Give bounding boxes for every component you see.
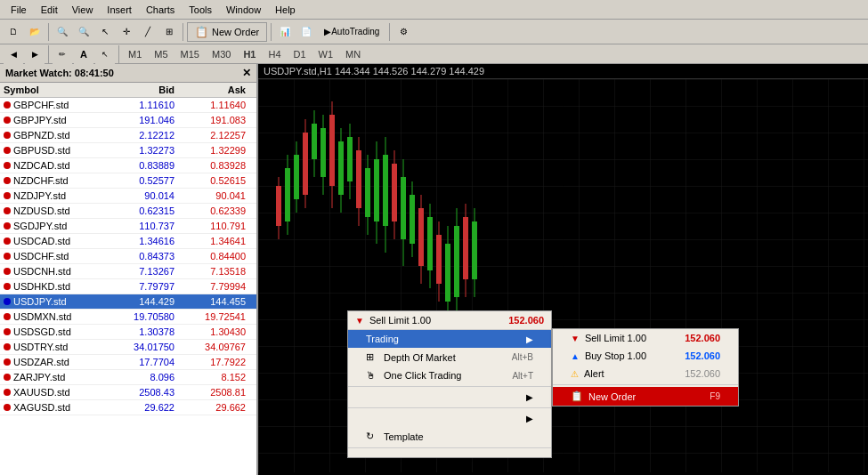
sep3 — [271, 23, 272, 41]
trading-arrow: ▶ — [526, 334, 533, 344]
text-btn[interactable]: A — [74, 44, 93, 64]
symbol-name: GBPNZD.std — [13, 130, 70, 141]
back-btn[interactable]: ◀ — [4, 44, 23, 64]
market-watch-row[interactable]: ZARJPY.std 8.096 8.152 — [0, 370, 256, 385]
market-watch-row[interactable]: SGDJPY.std 110.737 110.791 — [0, 219, 256, 234]
svg-rect-13 — [303, 133, 308, 195]
market-watch-rows: GBPCHF.std 1.11610 1.11640 GBPJPY.std 19… — [0, 98, 256, 475]
ctx-sep3 — [348, 447, 551, 448]
ctx-one-click-trading[interactable]: 🖱 One Click Trading Alt+T — [348, 366, 551, 384]
crosshair-btn[interactable]: ✛ — [117, 22, 136, 42]
open-btn[interactable]: 📂 — [25, 22, 45, 42]
new-chart-btn[interactable]: 🗋 — [4, 22, 23, 42]
market-watch-row[interactable]: NZDCHF.std 0.52577 0.52615 — [0, 173, 256, 189]
ctx-sep2 — [348, 407, 551, 408]
zoom-in-btn[interactable]: 🔍 — [53, 22, 72, 42]
ctx-sell-limit-top[interactable]: ▼ Sell Limit 1.00 152.060 — [348, 311, 551, 330]
ctx-refresh[interactable]: ↻ Template — [348, 427, 551, 446]
tf-h4[interactable]: H4 — [263, 49, 286, 60]
svg-rect-46 — [401, 177, 406, 239]
ask-value: 34.09767 — [178, 340, 249, 354]
arrow-btn[interactable]: ↖ — [95, 22, 115, 42]
menu-edit[interactable]: Edit — [34, 3, 65, 17]
tf-w1[interactable]: W1 — [313, 49, 339, 60]
oct-icon: 🖱 — [366, 370, 378, 381]
menu-window[interactable]: Window — [219, 3, 268, 17]
market-watch-row[interactable]: GBPCHF.std 1.11610 1.11640 — [0, 98, 256, 113]
svg-rect-16 — [312, 124, 317, 159]
cursor-btn[interactable]: ↖ — [95, 44, 115, 64]
market-watch-row[interactable]: GBPNZD.std 2.12212 2.12257 — [0, 128, 256, 143]
tf-m15[interactable]: M15 — [175, 49, 205, 60]
menu-view[interactable]: View — [65, 3, 101, 17]
menu-charts[interactable]: Charts — [139, 3, 182, 17]
market-watch-row[interactable]: XAGUSD.std 29.622 29.662 — [0, 400, 256, 415]
market-watch-row[interactable]: USDCHF.std 0.84373 0.84400 — [0, 249, 256, 264]
menu-file[interactable]: File — [4, 3, 34, 17]
symbol-dot — [4, 192, 11, 199]
market-watch-row[interactable]: NZDCAD.std 0.83889 0.83928 — [0, 158, 256, 173]
market-watch-row[interactable]: USDMXN.std 19.70580 19.72541 — [0, 310, 256, 325]
sub-new-order[interactable]: 📋 New Order F9 — [553, 387, 738, 406]
fwd-btn[interactable]: ▶ — [25, 44, 45, 64]
ctx-auto-arrange[interactable] — [348, 450, 551, 457]
menu-insert[interactable]: Insert — [100, 3, 139, 17]
ctx-template[interactable]: ▶ — [348, 410, 551, 427]
settings-btn[interactable]: ⚙ — [393, 22, 413, 42]
tf-mn[interactable]: MN — [340, 49, 366, 60]
new-order-toolbar-btn[interactable]: 📋 New Order — [187, 22, 267, 42]
sub-sell-limit[interactable]: ▼ Sell Limit 1.00 152.060 — [553, 329, 738, 347]
zoom-out-btn[interactable]: 🔍 — [74, 22, 93, 42]
tf-h1[interactable]: H1 — [238, 49, 261, 60]
sub-alert[interactable]: ⚠ Alert 152.060 — [553, 365, 738, 382]
symbol-name: USDCHF.std — [13, 251, 69, 262]
chart-canvas[interactable]: ▼ Sell Limit 1.00 152.060 Trading ▶ ⊞ — [258, 79, 868, 472]
market-watch-row[interactable]: NZDJPY.std 90.014 90.041 — [0, 189, 256, 204]
market-watch-close[interactable]: ✕ — [242, 67, 251, 79]
market-watch-row[interactable]: NZDUSD.std 0.62315 0.62339 — [0, 204, 256, 219]
market-watch-row[interactable]: USDCAD.std 1.34616 1.34641 — [0, 234, 256, 249]
market-watch-row[interactable]: USDHKD.std 7.79797 7.79994 — [0, 279, 256, 294]
market-watch-row[interactable]: USDZAR.std 17.7704 17.7922 — [0, 355, 256, 370]
bid-value: 29.622 — [107, 400, 178, 415]
svg-rect-19 — [320, 128, 326, 177]
bid-value: 1.11610 — [107, 98, 178, 112]
sub-sell-limit-label: Sell Limit 1.00 — [585, 333, 646, 343]
sell-limit-icon-top: ▼ — [355, 316, 364, 326]
market-watch-row[interactable]: GBPUSD.std 1.32273 1.32299 — [0, 143, 256, 158]
ctx-trading[interactable]: Trading ▶ — [348, 330, 551, 348]
ask-value: 2.12257 — [178, 128, 249, 142]
market-watch-row[interactable]: USDJPY.std 144.429 144.455 — [0, 294, 256, 310]
line-btn[interactable]: ╱ — [138, 22, 158, 42]
template-btn[interactable]: 📄 — [296, 22, 316, 42]
ctx-timeframes[interactable]: ▶ — [348, 389, 551, 406]
svg-rect-70 — [472, 221, 477, 279]
market-watch-row[interactable]: USDSGD.std 1.30378 1.30430 — [0, 325, 256, 340]
draw-btn[interactable]: ✏ — [53, 44, 72, 64]
ask-value: 0.83928 — [178, 158, 249, 173]
tf-d1[interactable]: D1 — [288, 49, 312, 60]
symbol-dot — [4, 389, 11, 396]
market-watch-row[interactable]: XAUUSD.std 2508.43 2508.81 — [0, 385, 256, 400]
market-watch-row[interactable]: GBPJPY.std 191.046 191.083 — [0, 113, 256, 128]
menu-tools[interactable]: Tools — [182, 3, 219, 17]
menu-help[interactable]: Help — [268, 3, 303, 17]
svg-rect-43 — [392, 164, 397, 221]
oct-shortcut: Alt+T — [512, 371, 533, 381]
autotrading-btn[interactable]: ▶ AutoTrading — [318, 22, 385, 42]
ctx-depth-of-market[interactable]: ⊞ Depth Of Market Alt+B — [348, 348, 551, 366]
bid-value: 8.096 — [107, 370, 178, 384]
symbol-name: XAUUSD.std — [13, 387, 70, 398]
tf-m5[interactable]: M5 — [149, 49, 173, 60]
chart-area[interactable]: USDJPY.std,H1 144.344 144.526 144.279 14… — [258, 64, 868, 475]
market-watch-row[interactable]: USDTRY.std 34.01750 34.09767 — [0, 340, 256, 355]
period-btn[interactable]: ⊞ — [159, 22, 179, 42]
ask-value: 29.662 — [178, 400, 249, 415]
sub-alert-icon: ⚠ — [571, 369, 579, 379]
svg-rect-7 — [285, 168, 290, 221]
indicator-btn[interactable]: 📊 — [275, 22, 295, 42]
tf-m30[interactable]: M30 — [207, 49, 236, 60]
market-watch-row[interactable]: USDCNH.std 7.13267 7.13518 — [0, 264, 256, 279]
sub-buy-stop[interactable]: ▲ Buy Stop 1.00 152.060 — [553, 347, 738, 365]
svg-rect-61 — [445, 244, 450, 302]
